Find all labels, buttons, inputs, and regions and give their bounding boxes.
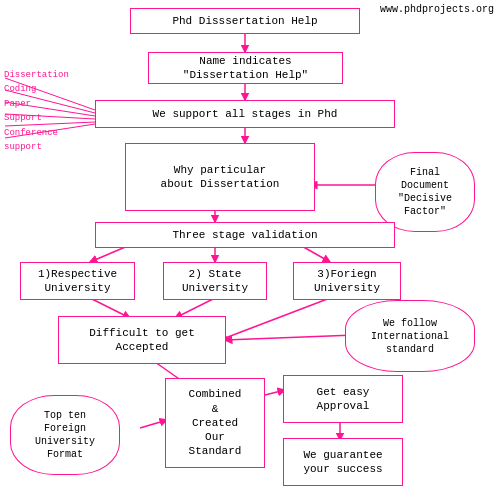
guarantee-box: We guarantee your success: [283, 438, 403, 486]
name-indicates-box: Name indicates "Dissertation Help": [148, 52, 343, 84]
combined-box: Combined & Created Our Standard: [165, 378, 265, 468]
difficult-box: Difficult to get Accepted: [58, 316, 226, 364]
side-label-paper: Paper: [4, 97, 69, 111]
side-label-dissertation: Dissertation: [4, 68, 69, 82]
final-document-cloud: Final Document "Decisive Factor": [375, 152, 475, 232]
svg-line-20: [140, 420, 167, 428]
phd-help-box: Phd Disssertation Help: [130, 8, 360, 34]
svg-line-15: [90, 298, 130, 318]
svg-line-17: [220, 298, 330, 340]
side-label-support2: support: [4, 140, 69, 154]
side-labels: Dissertation Coding Paper Support Confer…: [4, 68, 69, 154]
top-ten-cloud: Top ten Foreign University Format: [10, 395, 120, 475]
website-label: www.phdprojects.org: [380, 4, 494, 15]
side-label-support: Support: [4, 111, 69, 125]
three-stage-box: Three stage validation: [95, 222, 395, 248]
side-label-coding: Coding: [4, 82, 69, 96]
support-stages-box: We support all stages in Phd: [95, 100, 395, 128]
state-uni-box: 2) State University: [163, 262, 267, 300]
get-easy-box: Get easy Approval: [283, 375, 403, 423]
why-particular-box: Why particular about Dissertation: [125, 143, 315, 211]
side-label-conference: Conference: [4, 126, 69, 140]
international-cloud: We follow International standard: [345, 300, 475, 372]
svg-line-18: [225, 335, 355, 340]
respective-uni-box: 1)Respective University: [20, 262, 135, 300]
foreign-uni-box: 3)Foriegn University: [293, 262, 401, 300]
svg-line-16: [175, 298, 215, 318]
